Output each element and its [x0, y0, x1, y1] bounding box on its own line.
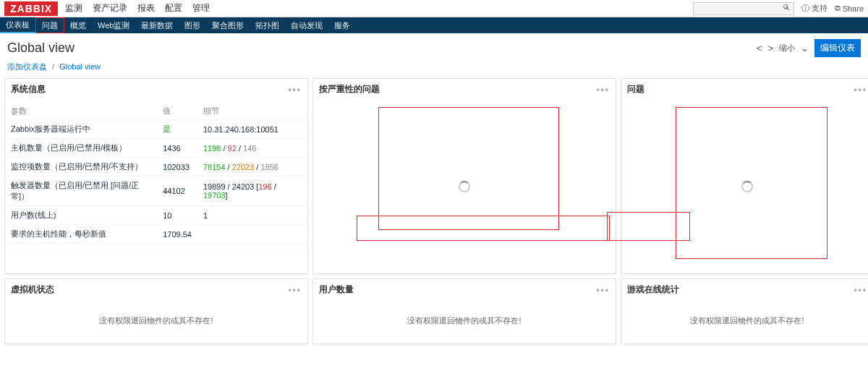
nav-arrows: < > 缩小 ⌄: [757, 43, 809, 54]
cell-detail: [197, 225, 307, 244]
annotation-box: [378, 107, 559, 230]
widget-title: 按严重性的问题: [319, 83, 380, 95]
col-param: 参数: [5, 103, 157, 120]
subnav-services[interactable]: 服务: [328, 17, 356, 33]
info-icon: ⓘ: [801, 3, 809, 14]
share-icon: ⧉: [835, 4, 841, 13]
search-icon: [782, 3, 791, 14]
sub-nav: 仪表板 问题 概览 Web监测 最新数据 图形 聚合图形 拓扑图 自动发现 服务: [0, 17, 868, 33]
widget-menu-icon[interactable]: •••: [288, 85, 302, 95]
subnav-maps[interactable]: 拓扑图: [250, 17, 285, 33]
cell-detail: 1: [197, 206, 307, 225]
widget-title: 虚拟机状态: [11, 284, 54, 296]
cell-value: 10: [157, 206, 197, 225]
topmenu-monitor[interactable]: 监测: [65, 2, 82, 14]
share-label: Share: [843, 4, 864, 13]
widget-vm-status: 虚拟机状态 ••• 没有权限退回物件的或其不存在!: [4, 279, 308, 344]
no-permission-msg: 没有权限退回物件的或其不存在!: [99, 315, 213, 326]
topmenu-config[interactable]: 配置: [165, 2, 182, 14]
widget-menu-icon[interactable]: •••: [596, 285, 610, 295]
support-link[interactable]: ⓘ 支持: [801, 3, 827, 14]
widget-system-info: 系统信息 ••• 参数 值 细节 Zabbix服务器端运行中 是 10.31.2…: [4, 78, 308, 274]
breadcrumb-sep: /: [49, 62, 57, 71]
breadcrumb-add[interactable]: 添加仪表盘: [7, 62, 47, 71]
loading-spinner-icon: [741, 181, 753, 192]
widget-title: 问题: [627, 83, 644, 95]
widget-title: 用户数量: [319, 284, 354, 296]
table-row: 触发器数量（已启用/已禁用 [问题/正常]） 44102 19899 / 242…: [5, 177, 307, 206]
share-link[interactable]: ⧉ Share: [835, 4, 864, 13]
dashboard-row-1: 系统信息 ••• 参数 值 细节 Zabbix服务器端运行中 是 10.31.2…: [0, 78, 868, 274]
topmenu-reports[interactable]: 报表: [137, 2, 155, 14]
no-permission-msg: 没有权限退回物件的或其不存在!: [690, 315, 804, 326]
subnav-discovery[interactable]: 自动发现: [285, 17, 328, 33]
annotation-box: [357, 216, 610, 241]
next-icon[interactable]: >: [767, 43, 773, 54]
prev-icon[interactable]: <: [757, 43, 762, 54]
cell-detail: 19899 / 24203 [196 / 19703]: [197, 177, 307, 206]
cell-param: 用户数(线上): [5, 206, 157, 225]
topmenu-admin[interactable]: 管理: [192, 2, 210, 14]
cell-param: 触发器数量（已启用/已禁用 [问题/正常]）: [5, 177, 157, 206]
top-bar: ZABBIX 监测 资产记录 报表 配置 管理 ⓘ 支持 ⧉ Share: [0, 0, 868, 17]
widget-menu-icon[interactable]: •••: [854, 85, 867, 95]
system-info-table: 参数 值 细节 Zabbix服务器端运行中 是 10.31.240.168:10…: [5, 103, 307, 244]
subnav-screens[interactable]: 聚合图形: [206, 17, 250, 33]
widget-menu-icon[interactable]: •••: [596, 85, 610, 95]
subnav-latest[interactable]: 最新数据: [135, 17, 179, 33]
cell-detail: 78154 / 22023 / 1856: [197, 158, 307, 177]
edit-dashboard-button[interactable]: 编辑仪表: [814, 39, 861, 57]
subnav-web[interactable]: Web监测: [92, 17, 135, 33]
widget-user-count: 用户数量 ••• 没有权限退回物件的或其不存在!: [312, 279, 616, 344]
support-label: 支持: [812, 3, 827, 14]
subnav-dashboard[interactable]: 仪表板: [0, 17, 35, 33]
widget-title: 系统信息: [11, 83, 46, 95]
top-right: ⓘ 支持 ⧉ Share: [693, 2, 864, 15]
table-row: 监控项数量（已启用/已禁用/不支持） 102033 78154 / 22023 …: [5, 158, 307, 177]
no-permission-msg: 没有权限退回物件的或其不存在!: [407, 315, 521, 326]
cell-detail: 10.31.240.168:10051: [197, 120, 307, 139]
cell-value: 1709.54: [157, 225, 197, 244]
loading-spinner-icon: [459, 181, 470, 192]
cell-detail: 1198 / 92 / 146: [197, 139, 307, 158]
widget-game-online: 游戏在线统计 ••• 没有权限退回物件的或其不存在!: [621, 279, 868, 344]
widget-menu-icon[interactable]: •••: [854, 285, 867, 295]
subnav-problems[interactable]: 问题: [35, 17, 64, 33]
page-header: Global view < > 缩小 ⌄ 编辑仪表: [0, 33, 868, 60]
table-row: 主机数量（已启用/已禁用/模板） 1436 1198 / 92 / 146: [5, 139, 307, 158]
col-value: 值: [157, 103, 197, 120]
cell-value: 44102: [157, 177, 197, 206]
cell-value: 102033: [157, 158, 197, 177]
breadcrumb-current[interactable]: Global view: [59, 62, 101, 71]
cell-param: 主机数量（已启用/已禁用/模板）: [5, 139, 157, 158]
widget-severity: 按严重性的问题 •••: [312, 78, 616, 274]
cell-param: 要求的主机性能，每秒新值: [5, 225, 157, 244]
breadcrumb: 添加仪表盘 / Global view: [0, 60, 868, 78]
widget-problems: 问题 •••: [621, 78, 868, 274]
topmenu-inventory[interactable]: 资产记录: [93, 2, 127, 14]
logo[interactable]: ZABBIX: [4, 1, 58, 16]
table-row: 用户数(线上) 10 1: [5, 206, 307, 225]
table-row: 要求的主机性能，每秒新值 1709.54: [5, 225, 307, 244]
cell-value: 1436: [157, 139, 197, 158]
annotation-box: [607, 212, 690, 241]
subnav-graphs[interactable]: 图形: [179, 17, 206, 33]
chevron-down-icon[interactable]: ⌄: [801, 43, 809, 54]
top-menu: 监测 资产记录 报表 配置 管理: [65, 2, 210, 14]
table-row: Zabbix服务器端运行中 是 10.31.240.168:10051: [5, 120, 307, 139]
search-input[interactable]: [693, 2, 794, 15]
cell-param: 监控项数量（已启用/已禁用/不支持）: [5, 158, 157, 177]
widget-title: 游戏在线统计: [627, 284, 679, 296]
subnav-overview[interactable]: 概览: [64, 17, 92, 33]
zoom-label[interactable]: 缩小: [779, 43, 795, 54]
widget-menu-icon[interactable]: •••: [288, 285, 302, 295]
dashboard-row-2: 虚拟机状态 ••• 没有权限退回物件的或其不存在! 用户数量 ••• 没有权限退…: [0, 279, 868, 344]
cell-value: 是: [163, 124, 171, 133]
col-detail: 细节: [197, 103, 307, 120]
cell-param: Zabbix服务器端运行中: [5, 120, 157, 139]
page-title: Global view: [7, 41, 75, 56]
